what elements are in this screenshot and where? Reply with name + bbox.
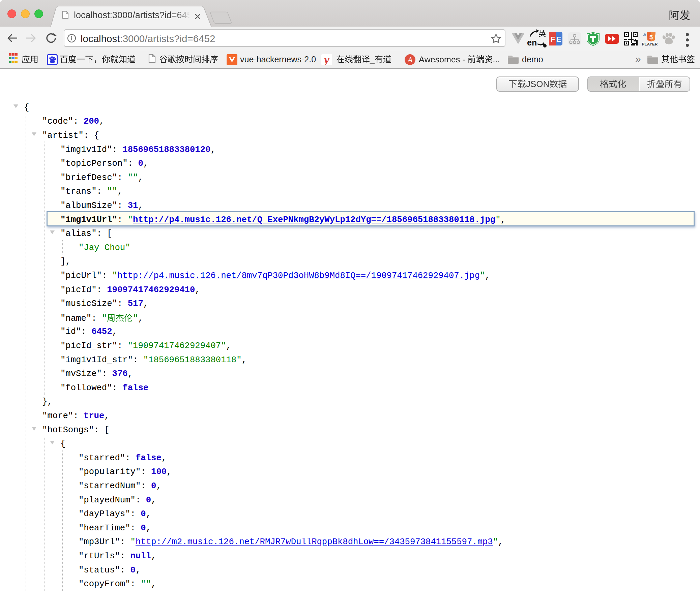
- svg-text:PLAYER: PLAYER: [642, 42, 658, 46]
- svg-text:F: F: [550, 35, 555, 43]
- svg-text:5: 5: [649, 34, 653, 41]
- svg-text:E: E: [556, 35, 561, 43]
- svg-text:y: y: [323, 54, 330, 65]
- svg-text:A: A: [407, 55, 413, 64]
